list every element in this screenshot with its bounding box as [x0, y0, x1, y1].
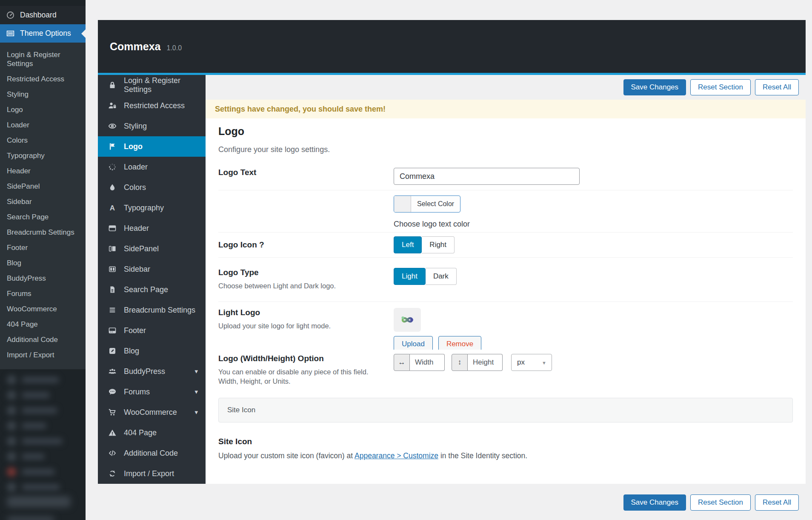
reset-all-button-bottom[interactable]: Reset All	[755, 494, 799, 511]
logo-type-toggle: Light Dark	[394, 268, 457, 285]
wp-submenu-item[interactable]: Typography	[0, 148, 86, 163]
panel-title: Commexa	[110, 40, 161, 53]
light-logo-preview[interactable]	[394, 308, 421, 332]
appearance-customize-link[interactable]: Appearance > Customize	[355, 451, 438, 460]
wp-submenu-item[interactable]: Styling	[0, 86, 86, 102]
reset-all-button[interactable]: Reset All	[755, 79, 799, 95]
theme-options-panel: Commexa 1.0.0 Login & Register Settings …	[98, 20, 806, 520]
reset-section-button[interactable]: Reset Section	[690, 79, 751, 95]
field-light-logo: Light Logo Upload your site logo for lig…	[218, 302, 793, 350]
wp-menu-theme-options[interactable]: Theme Options	[0, 24, 86, 43]
wp-submenu-item[interactable]: Footer	[0, 240, 86, 255]
options-tab-woocommerce[interactable]: WooCommerce ▾	[98, 402, 206, 422]
options-tab-sidepanel[interactable]: SidePanel	[98, 238, 206, 259]
options-tab-search-page[interactable]: Search Page	[98, 279, 206, 300]
options-tab-404-page[interactable]: 404 Page	[98, 422, 206, 443]
wp-submenu-item[interactable]: BuddyPress	[0, 270, 86, 286]
wp-submenu-item[interactable]: WooCommerce	[0, 301, 86, 316]
document-icon	[108, 285, 117, 294]
upload-button[interactable]: Upload	[394, 336, 433, 350]
comment-icon	[108, 388, 117, 396]
height-arrow-icon: ↕	[452, 354, 468, 371]
wp-menu-dashboard-label: Dashboard	[20, 11, 57, 20]
dimensions-label: Logo (Width/Height) Option	[218, 354, 383, 363]
chevron-down-icon[interactable]: ▾	[194, 368, 198, 375]
wp-submenu-item[interactable]: Colors	[0, 132, 86, 148]
field-logo-type: Logo Type Choose between Light and Dark …	[218, 258, 793, 302]
spinner-icon	[108, 163, 117, 171]
infinity-logo-image	[398, 313, 417, 326]
options-tab-restricted-access[interactable]: Restricted Access	[98, 95, 206, 116]
options-tab-loader[interactable]: Loader	[98, 157, 206, 177]
footer-icon	[108, 326, 117, 335]
select-caret-icon: ▼	[542, 360, 546, 365]
wp-submenu-item[interactable]: Blog	[0, 255, 86, 270]
save-changes-button[interactable]: Save Changes	[623, 79, 686, 95]
options-tab-buddypress[interactable]: BuddyPress ▾	[98, 361, 206, 382]
user-lock-icon	[108, 101, 117, 110]
wp-submenu-item[interactable]: SidePanel	[0, 178, 86, 194]
height-input[interactable]	[468, 354, 503, 371]
options-tab-import-export[interactable]: Import / Export	[98, 463, 206, 484]
logo-text-input[interactable]	[394, 168, 580, 185]
options-tab-breadcrumb-settings[interactable]: Breadcrumb Settings	[98, 300, 206, 320]
options-tab-login-register[interactable]: Login & Register Settings	[98, 75, 206, 95]
unit-select[interactable]: px ▼	[511, 354, 552, 371]
wp-submenu-item[interactable]: Additional Code	[0, 332, 86, 347]
options-tab-forums[interactable]: Forums ▾	[98, 382, 206, 402]
reset-section-button-bottom[interactable]: Reset Section	[690, 494, 751, 511]
wp-submenu-item[interactable]: Forums	[0, 286, 86, 301]
wp-submenu-item[interactable]: Breadcrumb Settings	[0, 224, 86, 240]
wp-submenu-item[interactable]: Header	[0, 163, 86, 178]
logo-text-label: Logo Text	[218, 168, 383, 177]
lock-icon	[108, 81, 117, 89]
wp-menu-dashboard[interactable]: Dashboard	[0, 6, 86, 24]
options-tab-logo[interactable]: Logo	[98, 136, 206, 157]
wp-submenu-item[interactable]: 404 Page	[0, 316, 86, 332]
wp-submenu-item[interactable]: Restricted Access	[0, 71, 86, 86]
svg-text:A: A	[110, 204, 115, 212]
site-icon-section: Site Icon Upload your custom site icon (…	[218, 437, 793, 473]
options-tab-sidebar[interactable]: Sidebar	[98, 259, 206, 279]
sidepanel-icon	[108, 244, 117, 253]
options-tab-styling[interactable]: Styling	[98, 116, 206, 136]
logo-type-light-option[interactable]: Light	[394, 268, 426, 285]
wp-submenu-item[interactable]: Loader	[0, 117, 86, 132]
chevron-down-icon[interactable]: ▾	[194, 408, 198, 416]
wp-submenu-item[interactable]: Logo	[0, 102, 86, 117]
save-changes-button-bottom[interactable]: Save Changes	[623, 494, 686, 511]
remove-button[interactable]: Remove	[438, 336, 481, 350]
field-logo-icon: Logo Icon ? Left Right	[218, 233, 793, 258]
options-tab-header[interactable]: Header	[98, 218, 206, 238]
options-tab-blog[interactable]: Blog	[98, 341, 206, 361]
panel-version: 1.0.0	[167, 44, 182, 52]
color-swatch	[394, 196, 411, 212]
width-input[interactable]	[410, 354, 445, 371]
dashboard-gauge-icon	[6, 11, 15, 20]
chevron-down-icon[interactable]: ▾	[194, 388, 198, 396]
wp-submenu-item[interactable]: Import / Export	[0, 347, 86, 362]
width-arrow-icon: ↔	[394, 354, 410, 371]
menu-lines-icon	[108, 306, 117, 314]
select-color-button[interactable]: Select Color	[394, 195, 460, 213]
options-tab-typography[interactable]: A Typography	[98, 198, 206, 218]
logo-icon-left-option[interactable]: Left	[394, 236, 422, 253]
droplet-icon	[108, 183, 117, 192]
wp-submenu-item[interactable]: Login & Register Settings	[0, 47, 86, 71]
logo-type-dark-option[interactable]: Dark	[426, 268, 457, 285]
field-logo-dimensions: Logo (Width/Height) Option You can enabl…	[218, 350, 793, 386]
light-logo-label: Light Logo	[218, 308, 383, 317]
wp-submenu-item[interactable]: Search Page	[0, 209, 86, 224]
logo-icon-toggle: Left Right	[394, 236, 455, 253]
options-tab-colors[interactable]: Colors	[98, 177, 206, 198]
logo-icon-right-option[interactable]: Right	[422, 236, 455, 253]
options-tab-footer[interactable]: Footer	[98, 320, 206, 341]
section-description: Configure your site logo settings.	[218, 145, 793, 154]
wp-submenu-item[interactable]: Sidebar	[0, 194, 86, 209]
wp-admin-sidebar: Dashboard Theme Options Login & Register…	[0, 0, 86, 520]
site-icon-bar[interactable]: Site Icon	[218, 398, 793, 422]
site-icon-description: Upload your custom site icon (favicon) a…	[218, 451, 793, 460]
warning-icon	[108, 428, 117, 437]
options-tab-additional-code[interactable]: Additional Code	[98, 443, 206, 463]
unit-select-value: px	[517, 358, 525, 367]
